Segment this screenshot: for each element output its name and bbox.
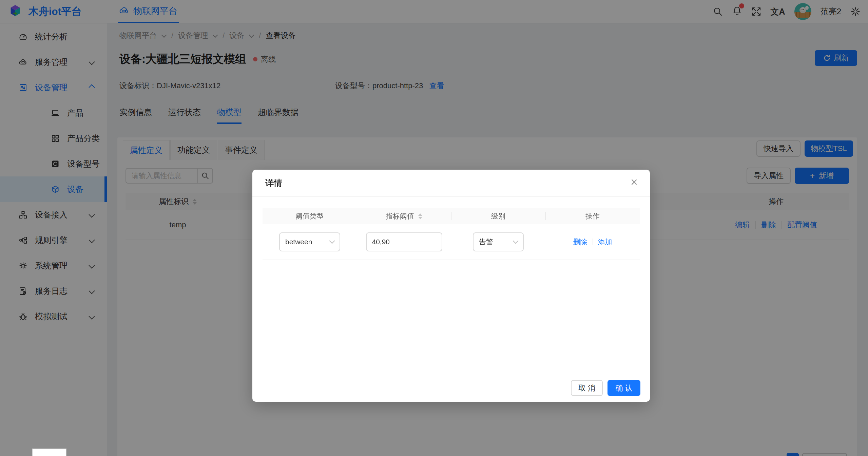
confirm-button[interactable]: 确 认 <box>607 380 640 396</box>
close-icon[interactable]: × <box>629 176 640 189</box>
col-threshold-type: 阈值类型 <box>263 208 357 224</box>
add-threshold-link[interactable]: 添加 <box>598 237 612 247</box>
modal-footer: 取 消 确 认 <box>252 374 650 402</box>
status-bubble <box>32 449 66 456</box>
sorter-icon <box>418 213 422 219</box>
detail-modal: 详情 × 阈值类型 指标阈值 级别 操作 <box>252 170 650 402</box>
threshold-row: between 告警 删除 添加 <box>263 224 640 260</box>
threshold-value-input[interactable] <box>366 232 442 251</box>
chevron-down-icon <box>329 238 335 244</box>
threshold-type-select[interactable]: between <box>279 232 340 251</box>
threshold-row-actions: 删除 添加 <box>573 237 612 247</box>
col-level: 级别 <box>451 208 545 224</box>
level-select[interactable]: 告警 <box>473 232 524 251</box>
chevron-down-icon <box>513 238 519 244</box>
modal-body: 阈值类型 指标阈值 级别 操作 between <box>252 197 650 260</box>
modal-header: 详情 <box>252 170 650 197</box>
modal-title: 详情 <box>265 177 282 189</box>
col-action: 操作 <box>545 208 640 224</box>
col-threshold-value[interactable]: 指标阈值 <box>357 208 451 224</box>
app: 木舟iot平台 物联网平台 <box>0 0 868 456</box>
delete-threshold-link[interactable]: 删除 <box>573 237 587 247</box>
cancel-button[interactable]: 取 消 <box>571 380 603 396</box>
threshold-table-header: 阈值类型 指标阈值 级别 操作 <box>263 208 640 224</box>
divider <box>593 239 593 245</box>
